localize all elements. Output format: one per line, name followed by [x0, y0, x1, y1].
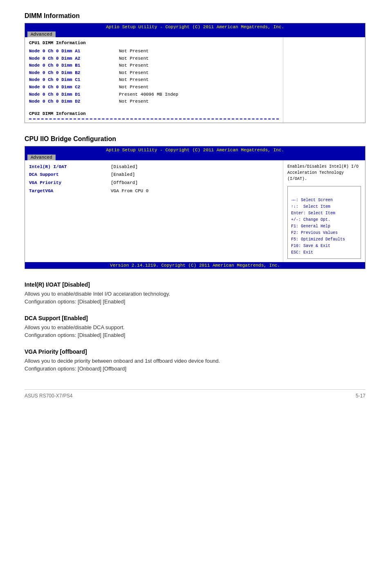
- dimm-row-label-6: Node 0 Ch 0 Dimm D1: [29, 91, 119, 99]
- iio-settings-rows: Intel(R) I/OAT [Disabled] DCA Support [E…: [29, 164, 279, 195]
- dimm-row-label-0: Node 0 Ch 0 Dimm A1: [29, 48, 119, 55]
- dimm-row-value-3: Not Present: [119, 70, 149, 77]
- table-row: Node 0 Ch 0 Dimm D1 Present 40096 MB Ind…: [29, 91, 279, 99]
- dca-support-body: Allows you to enable/disable DCA support…: [25, 323, 365, 339]
- dimm-row-label-5: Node 0 Ch 0 Dimm C2: [29, 84, 119, 91]
- iio-label-2: VGA Priority: [29, 180, 111, 187]
- iio-footer: Version 2.14.1219. Copyright (C) 2011 Am…: [25, 262, 365, 269]
- dimm-info-bios-screen: Aptio Setup Utility - Copyright (C) 2011…: [25, 23, 365, 123]
- dimm-main-panel: CPU1 DIMM Information Node 0 Ch 0 Dimm A…: [25, 37, 283, 123]
- table-row: Node 0 Ch 0 Dimm A1 Not Present: [29, 48, 279, 55]
- cpu-iio-bios-screen: Aptio Setup Utility - Copyright (C) 2011…: [25, 146, 365, 269]
- table-row[interactable]: Intel(R) I/OAT [Disabled]: [29, 164, 279, 171]
- nav-key-4: F1: General Help: [291, 223, 357, 230]
- dimm-row-label-3: Node 0 Ch 0 Dimm B2: [29, 70, 119, 77]
- dimm-row-value-0: Not Present: [119, 48, 149, 55]
- dimm-row-value-6: Present 40096 MB Indep: [119, 91, 178, 99]
- dimm-row-label-2: Node 0 Ch 0 Dimm B1: [29, 62, 119, 70]
- cpu-iio-title: CPU IIO Bridge Configuration: [25, 135, 365, 143]
- cpu1-title: CPU1 DIMM Information: [29, 40, 279, 45]
- vga-priority-body: Allows you to decide priority between on…: [25, 357, 365, 373]
- iio-label-0: Intel(R) I/OAT: [29, 164, 111, 171]
- dimm-info-title: DIMM Information: [25, 12, 365, 20]
- dimm-row-label-7: Node 0 Ch 0 Dimm D2: [29, 98, 119, 105]
- dimm-header: Aptio Setup Utility - Copyright (C) 2011…: [25, 23, 365, 31]
- dimm-row-label-4: Node 0 Ch 0 Dimm C1: [29, 76, 119, 84]
- nav-key-2: Enter: Select Item: [291, 210, 357, 217]
- cpu-iio-section: CPU IIO Bridge Configuration Aptio Setup…: [25, 135, 365, 269]
- iio-value-3: VGA From CPU 0: [111, 188, 148, 195]
- iio-settings-area: Intel(R) I/OAT [Disabled] DCA Support [E…: [29, 164, 279, 195]
- vga-priority-section: VGA Priority [offboard] Allows you to de…: [25, 348, 365, 373]
- table-row: Node 0 Ch 0 Dimm A2 Not Present: [29, 55, 279, 63]
- dimm-row-label-1: Node 0 Ch 0 Dimm A2: [29, 55, 119, 63]
- table-row: Node 0 Ch 0 Dimm B2 Not Present: [29, 70, 279, 77]
- iio-value-2: [Offboard]: [111, 180, 138, 187]
- footer-left: ASUS RS700-X7/PS4: [25, 393, 72, 399]
- intel-ioat-section: Intel(R) I/OAT [Disabled] Allows you to …: [25, 281, 365, 306]
- nav-key-6: F5: Optimized Defaults: [291, 236, 357, 243]
- iio-sidebar: Enables/Disables Intel(R) I/O Accelerati…: [283, 160, 365, 262]
- dca-support-section: DCA Support [Enabled] Allows you to enab…: [25, 315, 365, 339]
- iio-nav-keys: →←: Select Screen ↑↓: Select Item Enter:…: [291, 197, 357, 256]
- table-row[interactable]: TargetVGA VGA From CPU 0: [29, 188, 279, 195]
- dimm-bios-body: CPU1 DIMM Information Node 0 Ch 0 Dimm A…: [25, 37, 365, 123]
- nav-key-5: F2: Previous Values: [291, 230, 357, 236]
- intel-ioat-body: Allows you to enable/disable Intel I/O a…: [25, 290, 365, 306]
- iio-help-text: Enables/Disables Intel(R) I/O Accelerati…: [287, 164, 361, 182]
- page-footer: ASUS RS700-X7/PS4 5-17: [25, 389, 365, 399]
- dca-support-title: DCA Support [Enabled]: [25, 315, 365, 321]
- dimm-advanced-tab[interactable]: Advanced: [27, 31, 56, 37]
- nav-key-0: →←: Select Screen: [291, 197, 357, 204]
- iio-value-0: [Disabled]: [111, 164, 138, 171]
- iio-bios-body: Intel(R) I/OAT [Disabled] DCA Support [E…: [25, 160, 365, 262]
- intel-ioat-title: Intel(R) I/OAT [Disabled]: [25, 281, 365, 288]
- footer-right: 5-17: [356, 393, 365, 399]
- dimm-info-section: DIMM Information Aptio Setup Utility - C…: [25, 12, 365, 123]
- table-row: Node 0 Ch 0 Dimm C1 Not Present: [29, 76, 279, 84]
- dimm-rows: Node 0 Ch 0 Dimm A1 Not Present Node 0 C…: [29, 48, 279, 105]
- dimm-row-value-7: Not Present: [119, 98, 149, 105]
- dimm-row-value-4: Not Present: [119, 76, 149, 84]
- iio-advanced-tab[interactable]: Advanced: [27, 155, 56, 160]
- table-row: Node 0 Ch 0 Dimm C2 Not Present: [29, 84, 279, 91]
- dimm-row-value-5: Not Present: [119, 84, 149, 91]
- nav-key-7: F10: Save & Exit: [291, 243, 357, 249]
- nav-key-3: +/-: Change Opt.: [291, 217, 357, 223]
- nav-key-8: ESC: Exit: [291, 249, 357, 256]
- iio-main-panel: Intel(R) I/OAT [Disabled] DCA Support [E…: [25, 160, 283, 262]
- table-row[interactable]: DCA Support [Enabled]: [29, 171, 279, 179]
- iio-header: Aptio Setup Utility - Copyright (C) 2011…: [25, 146, 365, 154]
- dimm-tab-bar: Advanced: [25, 31, 365, 37]
- table-row[interactable]: VGA Priority [Offboard]: [29, 180, 279, 187]
- vga-priority-title: VGA Priority [offboard]: [25, 348, 365, 355]
- dimm-row-value-1: Not Present: [119, 55, 149, 63]
- iio-nav-keys-box: →←: Select Screen ↑↓: Select Item Enter:…: [287, 186, 361, 259]
- nav-key-1: ↑↓: Select Item: [291, 204, 357, 210]
- dimm-row-value-2: Not Present: [119, 62, 149, 70]
- iio-value-1: [Enabled]: [111, 171, 135, 179]
- cpu2-title: CPU2 DIMM Information: [29, 111, 279, 116]
- iio-label-1: DCA Support: [29, 171, 111, 179]
- table-row: Node 0 Ch 0 Dimm D2 Not Present: [29, 98, 279, 105]
- iio-label-3: TargetVGA: [29, 188, 111, 195]
- dimm-dashed-line: [29, 119, 279, 119]
- dimm-sidebar: [283, 37, 365, 123]
- table-row: Node 0 Ch 0 Dimm B1 Not Present: [29, 62, 279, 70]
- iio-tab-bar: Advanced: [25, 154, 365, 160]
